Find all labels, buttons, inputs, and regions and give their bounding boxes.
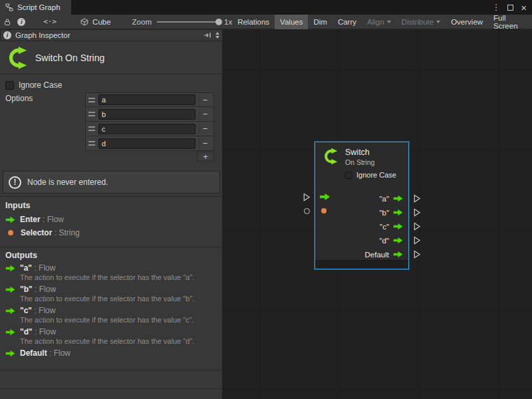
graph-toolbar: i <·> Cube Zoom 1x Relations Values Dim …	[0, 15, 532, 29]
output-port-c[interactable]	[413, 222, 421, 231]
ignore-case-checkbox[interactable]	[345, 172, 352, 179]
page-title: Switch On String	[35, 53, 104, 63]
output-port-default[interactable]	[413, 250, 421, 259]
switch-on-string-node[interactable]: Switch On String Ignore Case "a" "b"	[315, 142, 409, 269]
chevron-down-icon	[215, 36, 219, 39]
flow-arrow-icon	[393, 237, 403, 244]
flow-arrow-icon	[5, 329, 15, 336]
selector-input-port[interactable]	[304, 208, 310, 214]
node-header: Switch On String	[315, 142, 408, 166]
ignore-case-checkbox[interactable]	[5, 81, 14, 90]
divider	[0, 370, 223, 370]
node-output-row: "a"	[315, 192, 408, 205]
align-dropdown[interactable]: Align	[362, 15, 396, 29]
flow-arrow-icon	[5, 265, 15, 272]
flow-arrow-icon	[393, 251, 403, 258]
option-input[interactable]	[98, 124, 196, 134]
warning-box: ! Node is never entered.	[3, 171, 220, 194]
window-menu-icon[interactable]: ⋮	[492, 3, 500, 11]
drag-handle-icon[interactable]	[88, 98, 95, 102]
remove-option-button[interactable]: −	[199, 94, 211, 105]
input-enter-row: Enter : Flow	[5, 215, 64, 224]
option-row: −	[85, 92, 214, 107]
tab-script-graph[interactable]: Script Graph	[0, 0, 71, 15]
chevron-down-icon	[436, 21, 440, 23]
maximize-icon[interactable]	[507, 5, 513, 11]
ignore-case-label: Ignore Case	[356, 171, 396, 179]
warning-icon: !	[9, 176, 21, 189]
output-item: "d" : Flow The action to execute if the …	[5, 327, 218, 346]
graph-name: Cube	[92, 18, 111, 26]
close-icon[interactable]: ×	[521, 3, 527, 13]
node-title-header: Switch On String	[0, 41, 223, 74]
drag-handle-icon[interactable]	[88, 141, 95, 146]
overview-button[interactable]: Overview	[446, 15, 488, 29]
code-view-button[interactable]: <·>	[39, 17, 61, 26]
remove-option-button[interactable]: −	[199, 109, 211, 120]
tab-bar: Script Graph ⋮ ×	[0, 0, 532, 15]
node-output-row: Default	[315, 247, 408, 261]
flow-input-port[interactable]	[303, 193, 311, 201]
ignore-case-label: Ignore Case	[19, 80, 62, 90]
values-button[interactable]: Values	[275, 15, 308, 29]
options-list: − − − − +	[85, 92, 214, 162]
flow-arrow-icon	[393, 195, 403, 202]
output-port-d[interactable]	[413, 236, 421, 245]
graph-inspector-title: Graph Inspector	[15, 31, 70, 39]
switch-node-icon	[322, 148, 339, 165]
flow-arrow-icon	[393, 223, 403, 230]
drag-handle-icon[interactable]	[88, 112, 95, 116]
inspect-toggle-button[interactable]: i	[15, 15, 29, 29]
zoom-slider-knob[interactable]	[215, 19, 222, 25]
output-description: The action to execute if the selector ha…	[20, 337, 218, 346]
panel-spinner[interactable]	[215, 32, 219, 39]
outputs-list: "a" : Flow The action to execute if the …	[5, 263, 218, 358]
output-port-a[interactable]	[413, 194, 421, 203]
node-ignore-case-row: Ignore Case	[345, 171, 408, 179]
divider	[0, 196, 223, 197]
remove-option-button[interactable]: −	[199, 138, 211, 149]
full-screen-button[interactable]: Full Screen	[488, 15, 532, 29]
value-port-icon	[8, 230, 13, 235]
info-icon: i	[17, 18, 25, 26]
ignore-case-row: Ignore Case	[5, 80, 62, 90]
graph-inspector-header: i Graph Inspector	[0, 29, 223, 41]
graph-canvas[interactable]: Switch On String Ignore Case "a" "b"	[223, 29, 532, 399]
option-input[interactable]	[98, 94, 196, 105]
node-output-row: "b"	[315, 205, 408, 219]
zoom-label: Zoom	[132, 18, 152, 26]
chevron-up-icon	[215, 32, 219, 35]
zoom-value: 1x	[224, 18, 232, 26]
node-footer	[315, 260, 408, 269]
output-item: "b" : Flow The action to execute if the …	[5, 285, 218, 303]
relations-button[interactable]: Relations	[232, 15, 275, 29]
info-icon: i	[3, 31, 11, 39]
switch-node-icon	[5, 46, 29, 70]
output-item: "c" : Flow The action to execute if the …	[5, 306, 218, 325]
output-port-b[interactable]	[413, 208, 421, 217]
dim-button[interactable]: Dim	[308, 15, 332, 29]
window-controls: ⋮ ×	[492, 0, 532, 15]
graph-breadcrumb[interactable]: Cube	[78, 18, 114, 26]
option-input[interactable]	[98, 138, 196, 149]
remove-option-button[interactable]: −	[199, 124, 211, 134]
tab-label: Script Graph	[17, 3, 61, 11]
carry-button[interactable]: Carry	[332, 15, 362, 29]
flow-arrow-icon	[393, 209, 403, 216]
node-output-row: "d"	[315, 233, 408, 247]
output-item: Default : Flow	[5, 348, 218, 358]
zoom-slider[interactable]	[157, 17, 220, 27]
input-selector-row: Selector : String	[5, 228, 80, 237]
drag-handle-icon[interactable]	[88, 126, 95, 131]
zoom-control: Zoom 1x	[132, 17, 233, 27]
lock-button[interactable]	[0, 15, 15, 29]
flow-arrow-icon	[5, 216, 15, 223]
option-input[interactable]	[98, 109, 196, 120]
add-option-button[interactable]: +	[197, 152, 214, 162]
distribute-dropdown[interactable]: Distribute	[396, 15, 446, 29]
output-item: "a" : Flow The action to execute if the …	[5, 263, 218, 282]
warning-text: Node is never entered.	[27, 178, 108, 187]
zoom-slider-track[interactable]	[157, 21, 220, 23]
flow-arrow-icon	[5, 286, 15, 293]
dock-panel-icon[interactable]	[203, 32, 211, 39]
